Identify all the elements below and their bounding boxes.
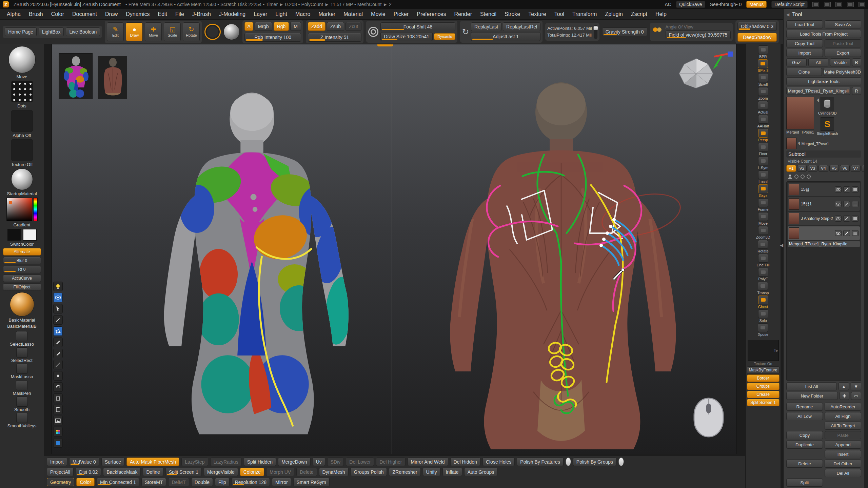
active-tool-r-button[interactable]: R: [852, 87, 861, 95]
version-tab[interactable]: V4: [818, 165, 828, 172]
quick-brush-thumb[interactable]: [16, 396, 28, 407]
bottom-button[interactable]: SDiv: [327, 458, 344, 466]
dock-tool-button[interactable]: Zoom3D: [756, 226, 770, 239]
alpha-thumb[interactable]: [11, 110, 33, 132]
saturation-square[interactable]: [6, 198, 32, 221]
dynamic-button[interactable]: Dynamic: [434, 33, 455, 40]
active-tool-name[interactable]: Merged_TPose1_Ryan_Kingsli: [786, 87, 850, 95]
dock-tool-button[interactable]: Local: [758, 170, 768, 184]
dock-tool-icon[interactable]: [758, 323, 768, 332]
bottom-button[interactable]: [566, 458, 571, 466]
simplebrush-slot[interactable]: S SimpleBrush: [817, 117, 838, 136]
config-icon[interactable]: [859, 2, 865, 7]
cursor-arrow-icon[interactable]: [53, 304, 63, 313]
dock-tool-button[interactable]: PolyF: [758, 268, 768, 281]
bottom-button[interactable]: LazyStep: [181, 458, 208, 466]
dock-tool-button[interactable]: Ghost: [758, 296, 768, 309]
menu-item[interactable]: Transform: [570, 11, 599, 18]
undo-icon[interactable]: [53, 382, 63, 392]
dock-tool-button[interactable]: AAHalf: [757, 115, 769, 128]
version-tab[interactable]: V6: [840, 165, 850, 172]
subtool-action-button[interactable]: Append: [825, 441, 861, 449]
subtool-header[interactable]: Subtool: [786, 150, 861, 158]
clone-button[interactable]: Clone: [786, 68, 822, 76]
quick-brush-item[interactable]: SmoothValleys: [7, 413, 37, 428]
dock-tool-icon[interactable]: [758, 157, 768, 165]
material-sphere[interactable]: [223, 24, 240, 40]
quick-brush-item[interactable]: MaskLasso: [11, 364, 33, 379]
panel-scroll-strip[interactable]: [864, 9, 868, 488]
menu-item[interactable]: Draw: [103, 11, 120, 18]
paint-bucket-icon[interactable]: [53, 326, 63, 336]
bottom-button[interactable]: Auto Mask FiberMesh: [126, 458, 179, 466]
bottom-button[interactable]: Unify: [423, 468, 440, 476]
focal-shift-slider[interactable]: Focal Shift 48: [380, 22, 455, 31]
subtool-row[interactable]: J Anatomy Step-2: [788, 212, 860, 225]
version-tab[interactable]: V1: [786, 165, 796, 172]
bottom-button[interactable]: Groups Polish: [351, 468, 387, 476]
bottom-button[interactable]: Import: [47, 458, 67, 466]
menu-item[interactable]: Marker: [316, 11, 337, 18]
menu-item[interactable]: Material: [341, 11, 365, 18]
hue-strip[interactable]: [33, 198, 38, 221]
document-canvas[interactable]: [52, 44, 736, 454]
m-button[interactable]: M: [290, 22, 301, 31]
visibility-toggle[interactable]: [794, 175, 798, 179]
menu-item[interactable]: Document: [70, 11, 99, 18]
bottom-button[interactable]: Min Connected 1: [97, 478, 139, 486]
dock-tool-icon[interactable]: [758, 212, 768, 221]
quick-brush-item[interactable]: Smooth: [14, 396, 29, 412]
groups-button[interactable]: Groups: [747, 383, 780, 390]
dock-tool-icon[interactable]: [758, 129, 768, 138]
quicksave-button[interactable]: QuickSave: [676, 1, 705, 8]
subtool-row[interactable]: 15랩: [788, 183, 860, 196]
replay-last-rel-button[interactable]: ReplayLastRel: [503, 22, 540, 31]
bottom-button[interactable]: [618, 458, 624, 466]
a-badge-button[interactable]: A: [244, 22, 253, 31]
quick-brush-thumb[interactable]: [16, 331, 27, 341]
menu-item[interactable]: Render: [452, 11, 474, 18]
blue-swatch-icon[interactable]: [53, 438, 63, 448]
dock-tool-button[interactable]: Zoom: [758, 87, 768, 100]
version-tab[interactable]: V7: [851, 165, 861, 172]
bottom-button[interactable]: BackfaceMask: [103, 468, 141, 476]
quick-brush-item[interactable]: MaskPen: [13, 380, 31, 396]
eye-icon[interactable]: [835, 186, 842, 192]
adjust-last-slider[interactable]: AdjustLast 1: [471, 32, 540, 41]
menu-item[interactable]: J-Modeling: [217, 11, 248, 18]
texture-thumb[interactable]: [11, 139, 33, 161]
home-page-button[interactable]: Home Page: [5, 27, 37, 36]
eye-icon[interactable]: [835, 216, 842, 222]
list-icon[interactable]: [852, 216, 859, 222]
bottom-button[interactable]: Surface: [101, 458, 124, 466]
quick-brush-thumb[interactable]: [16, 380, 27, 390]
left-model-polypaint[interactable]: [147, 68, 357, 454]
history-thumbnail-anatomy[interactable]: [98, 56, 127, 99]
subtool-action-button[interactable]: All High: [825, 412, 861, 420]
bottom-button[interactable]: Inflate: [442, 468, 462, 476]
bottom-button[interactable]: StoreMT: [141, 478, 166, 486]
dock-tool-icon[interactable]: [758, 115, 768, 124]
subtool-action-button[interactable]: Rename: [786, 403, 823, 411]
subtool-action-button[interactable]: Del All: [825, 469, 861, 477]
dock-tool-button[interactable]: SPix 3: [758, 59, 769, 73]
bottom-button[interactable]: Delete: [296, 468, 317, 476]
bottom-button[interactable]: Polish By Features: [517, 458, 564, 466]
list-all-button[interactable]: List All: [786, 382, 837, 390]
split-screen-button[interactable]: Split Screen 1: [747, 399, 780, 406]
goz-visible-button[interactable]: Visible: [830, 58, 850, 66]
dock-tool-button[interactable]: Move: [758, 212, 768, 225]
grid-icon[interactable]: [847, 2, 854, 7]
zadd-button[interactable]: Zadd: [308, 22, 326, 31]
move-button[interactable]: ✚Move: [145, 22, 162, 41]
see-through-slider[interactable]: See-through• 0: [710, 2, 742, 7]
dock-tool-icon[interactable]: [758, 282, 768, 290]
menu-item[interactable]: Edit: [156, 11, 169, 18]
menu-item[interactable]: J-Brush: [190, 11, 213, 18]
add-icon-button[interactable]: ✚: [840, 392, 849, 400]
save-as-button[interactable]: Save As: [825, 20, 861, 28]
stroke-thumb[interactable]: [11, 81, 33, 102]
version-tab[interactable]: V2: [797, 165, 807, 172]
material-thumb[interactable]: [11, 168, 33, 190]
quick-brush-thumb[interactable]: [16, 364, 28, 374]
